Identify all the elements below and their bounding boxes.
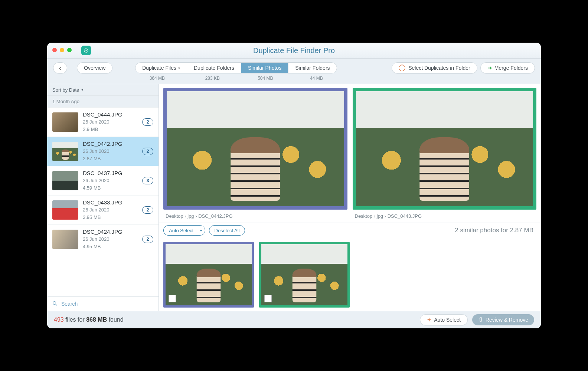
count-badge: 3 — [142, 177, 153, 184]
similar-thumb[interactable] — [259, 242, 350, 308]
list-item[interactable]: DSC_0437.JPG 26 Jun 2020 4.59 MB 3 — [47, 166, 159, 196]
button-label: Merge Folders — [494, 65, 528, 71]
checkbox[interactable] — [264, 295, 272, 302]
segment-label: Duplicate Folders — [194, 65, 234, 71]
target-icon — [399, 65, 405, 71]
overview-button[interactable]: Overview — [77, 62, 112, 73]
file-size: 2.9 MB — [83, 126, 138, 133]
svg-point-2 — [53, 301, 56, 304]
file-date: 26 Jun 2020 — [83, 118, 138, 126]
file-date: 26 Jun 2020 — [83, 148, 138, 155]
file-list: DSC_0444.JPG 26 Jun 2020 2.9 MB 2 DSC_04… — [47, 108, 159, 296]
file-date: 26 Jun 2020 — [83, 206, 138, 214]
segment-label: Similar Folders — [295, 65, 330, 71]
file-name: DSC_0442.JPG — [83, 141, 138, 147]
thumbnail — [52, 171, 78, 190]
select-duplicates-in-folder-button[interactable]: Select Duplicates in Folder — [392, 62, 477, 73]
deselect-all-button[interactable]: Deselect All — [209, 225, 245, 236]
button-label: Auto Select — [434, 317, 461, 323]
count-badge: 2 — [142, 148, 153, 155]
window-title: Duplicate File Finder Pro — [253, 46, 335, 55]
main-panel: Desktop › jpg › DSC_0442.JPG Desktop › j… — [159, 84, 541, 311]
maximize-icon[interactable] — [67, 48, 72, 52]
file-name: DSC_0424.JPG — [83, 229, 138, 235]
action-bar: Auto Select ▾ Deselect All 2 similar pho… — [159, 223, 541, 238]
preview-path: Desktop › jpg › DSC_0442.JPG — [163, 210, 347, 223]
file-date: 26 Jun 2020 — [83, 236, 138, 243]
file-size: 2.95 MB — [83, 214, 138, 221]
preview-path: Desktop › jpg › DSC_0443.JPG — [353, 210, 537, 223]
back-button[interactable]: ‹ — [53, 62, 67, 73]
preview-image-left[interactable] — [163, 88, 347, 210]
merge-icon: ➜ — [487, 65, 492, 71]
similar-thumb[interactable] — [163, 242, 254, 308]
list-item[interactable]: DSC_0442.JPG 26 Jun 2020 2.87 MB 2 — [47, 137, 159, 166]
thumbnail — [52, 230, 78, 249]
preview-row: Desktop › jpg › DSC_0442.JPG Desktop › j… — [159, 84, 541, 223]
footer-count: 493 — [54, 316, 64, 323]
traffic-lights — [52, 48, 72, 52]
button-label: Select Duplicates in Folder — [408, 65, 470, 71]
chevron-down-icon: ▾ — [200, 229, 202, 233]
list-item[interactable]: DSC_0444.JPG 26 Jun 2020 2.9 MB 2 — [47, 108, 159, 137]
chevron-down-icon: ▾ — [178, 66, 180, 70]
chevron-down-icon: ▼ — [81, 88, 84, 92]
file-name: DSC_0437.JPG — [83, 170, 138, 176]
segment-size: 364 MB — [130, 76, 184, 81]
list-item[interactable]: DSC_0424.JPG 26 Jun 2020 4.95 MB 2 — [47, 225, 159, 254]
thumbnail — [52, 112, 78, 132]
svg-line-3 — [56, 304, 57, 305]
count-badge: 2 — [142, 206, 153, 214]
app-icon — [81, 46, 91, 55]
minimize-icon[interactable] — [60, 48, 64, 52]
count-badge: 2 — [142, 118, 153, 126]
segment-sizes: 364 MB 283 KB 504 MB 44 MB — [130, 76, 342, 81]
group-header: 1 Month Ago — [47, 96, 159, 108]
search-input[interactable]: Search — [47, 296, 159, 311]
thumbnail-row — [159, 238, 541, 311]
list-item[interactable]: DSC_0433.JPG 26 Jun 2020 2.95 MB 2 — [47, 196, 159, 225]
search-icon — [52, 301, 58, 307]
segment-size: 44 MB — [290, 76, 342, 81]
thumbnail — [52, 142, 78, 161]
app-window: Duplicate File Finder Pro ‹ Overview Dup… — [47, 43, 541, 328]
category-segmented: Duplicate Files ▾ Duplicate Folders Simi… — [135, 62, 337, 73]
file-name: DSC_0433.JPG — [83, 199, 138, 206]
file-name: DSC_0444.JPG — [83, 111, 138, 118]
titlebar: Duplicate File Finder Pro — [47, 43, 541, 59]
checkbox[interactable] — [169, 295, 176, 302]
file-size: 4.95 MB — [83, 243, 138, 250]
search-placeholder: Search — [61, 301, 78, 307]
sort-dropdown[interactable]: Sort by Date ▼ — [47, 84, 159, 96]
similar-summary: 2 similar photos for 2.87 MB — [455, 227, 536, 234]
footer: 493 files for 868 MB found ✦ Auto Select… — [47, 311, 541, 328]
file-size: 4.59 MB — [83, 184, 138, 192]
sidebar: Sort by Date ▼ 1 Month Ago DSC_0444.JPG … — [47, 84, 159, 311]
file-date: 26 Jun 2020 — [83, 177, 138, 184]
segment-size: 283 KB — [184, 76, 240, 81]
chevron-left-icon: ‹ — [59, 64, 61, 72]
segment-duplicate-folders[interactable]: Duplicate Folders — [187, 63, 241, 73]
segment-label: Duplicate Files — [142, 65, 176, 71]
trash-icon — [478, 317, 483, 323]
toolbar: ‹ Overview Duplicate Files ▾ Duplicate F… — [47, 59, 541, 84]
file-size: 2.87 MB — [83, 155, 138, 162]
segment-size: 504 MB — [240, 76, 290, 81]
merge-folders-button[interactable]: ➜ Merge Folders — [480, 62, 535, 73]
footer-summary: 493 files for 868 MB found — [54, 316, 124, 323]
footer-auto-select-button[interactable]: ✦ Auto Select — [420, 314, 468, 325]
close-icon[interactable] — [52, 48, 57, 52]
count-badge: 2 — [142, 236, 153, 243]
segment-similar-folders[interactable]: Similar Folders — [288, 63, 336, 73]
sort-label: Sort by Date — [52, 87, 79, 93]
thumbnail — [52, 200, 78, 220]
footer-size: 868 MB — [86, 316, 107, 323]
segment-duplicate-files[interactable]: Duplicate Files ▾ — [135, 63, 187, 73]
svg-point-1 — [86, 50, 87, 51]
segment-similar-photos[interactable]: Similar Photos — [241, 63, 288, 73]
auto-select-button[interactable]: Auto Select — [163, 225, 197, 236]
review-remove-button[interactable]: Review & Remove — [472, 314, 534, 325]
preview-image-right[interactable] — [353, 88, 537, 210]
auto-select-dropdown[interactable]: ▾ — [197, 225, 205, 236]
segment-label: Similar Photos — [248, 65, 281, 71]
